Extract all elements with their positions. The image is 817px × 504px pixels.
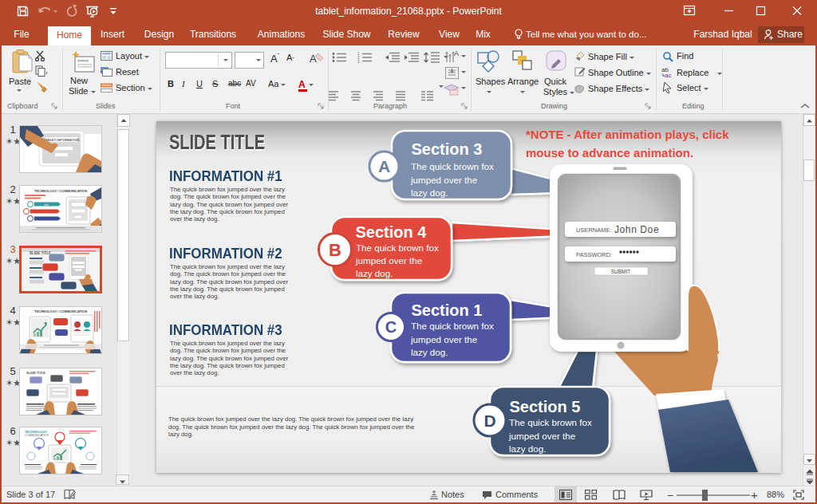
svg-text:The quick brown fox: The quick brown fox — [411, 321, 494, 331]
svg-text:SLIDE TITLE: SLIDE TITLE — [30, 251, 51, 255]
svg-text:Section 1: Section 1 — [412, 301, 483, 319]
svg-text:lazy dog.: lazy dog. — [509, 443, 546, 454]
svg-text:jumped over the: jumped over the — [410, 175, 477, 185]
svg-text:Section 3: Section 3 — [412, 140, 483, 158]
svg-text:3: 3 — [357, 60, 360, 63]
svg-text:Section 4: Section 4 — [356, 223, 428, 241]
svg-text:A: A — [454, 49, 459, 57]
svg-text:TECHNOLOGY / COMMUNICATION: TECHNOLOGY / COMMUNICATION — [34, 189, 87, 193]
svg-text:ac: ac — [665, 72, 671, 78]
svg-text:SLIDE TITLE: SLIDE TITLE — [26, 371, 45, 375]
svg-text:jumped over the: jumped over the — [355, 255, 422, 266]
svg-text:lazy dog.: lazy dog. — [356, 268, 393, 278]
svg-text:SUBMIT: SUBMIT — [611, 269, 631, 274]
svg-text:D: D — [483, 411, 495, 430]
svg-text:John Doe: John Doe — [614, 224, 659, 235]
svg-text:TABLET INFORMATION: TABLET INFORMATION — [44, 138, 80, 142]
svg-text:The quick brown fox: The quick brown fox — [509, 417, 592, 427]
svg-text:lazy dog.: lazy dog. — [411, 347, 448, 357]
svg-text:lazy dog.: lazy dog. — [411, 187, 448, 198]
svg-text:PASSWORD:: PASSWORD: — [576, 251, 612, 258]
svg-text:A: A — [310, 53, 317, 65]
svg-text:COMMUNICATION: COMMUNICATION — [25, 434, 49, 437]
svg-text:A: A — [378, 157, 390, 175]
svg-text:USERNAME:: USERNAME: — [576, 226, 612, 234]
svg-text:C: C — [385, 318, 397, 336]
svg-text:text: text — [44, 203, 49, 207]
svg-text:jumped over the: jumped over the — [410, 334, 477, 345]
svg-text:TECHNOLOGY / COMMUNICATION: TECHNOLOGY / COMMUNICATION — [34, 309, 87, 313]
svg-text:The quick brown fox: The quick brown fox — [411, 161, 494, 171]
svg-text:The quick brown fox: The quick brown fox — [356, 242, 439, 253]
svg-text:B: B — [329, 240, 341, 260]
svg-text:jumped over the: jumped over the — [508, 431, 575, 441]
svg-text:Section 5: Section 5 — [510, 398, 581, 415]
